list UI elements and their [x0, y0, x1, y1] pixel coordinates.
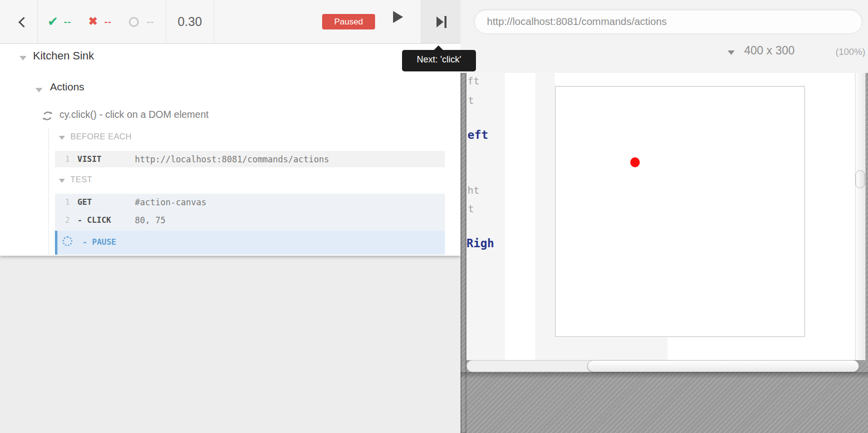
click-dot	[630, 157, 640, 167]
test-duration: 0.30	[166, 14, 214, 29]
hook-guide-line	[48, 129, 49, 255]
collapse-triangle-icon[interactable]	[35, 88, 42, 92]
step-next-icon-bar	[444, 16, 446, 28]
next-step-tooltip: Next: 'click'	[402, 50, 476, 71]
page-column-gray	[466, 73, 505, 360]
command-name: - PAUSE	[82, 237, 116, 247]
url-input[interactable]: http://localhost:8081/commands/actions	[474, 9, 863, 34]
viewport-zoom: (100%)	[836, 46, 866, 57]
passed-check-icon: ✔	[47, 14, 58, 29]
reporter-pane: ✔ -- ✖ -- -- 0.30 Paused Kitchen Sink Ac…	[0, 0, 460, 433]
viewport-dropdown-icon[interactable]	[728, 50, 735, 55]
horizontal-scrollbar-thumb[interactable]	[587, 360, 859, 372]
command-row-pause[interactable]: - PAUSE	[55, 231, 445, 255]
step-next-icon	[436, 16, 443, 27]
hook-test-label[interactable]: TEST	[70, 175, 92, 184]
pending-count: --	[147, 16, 154, 27]
page-text-fragment: t	[468, 203, 474, 215]
collapse-triangle-icon[interactable]	[19, 56, 26, 60]
paused-status-badge: Paused	[322, 14, 375, 29]
pause-spinner-icon	[62, 236, 72, 246]
command-row-click[interactable]: 2 - CLICK 80, 75	[55, 212, 445, 231]
toolbar-divider	[214, 0, 214, 44]
command-number: 1	[59, 197, 70, 207]
test-title[interactable]: cy.click() - click on a DOM element	[59, 109, 209, 120]
command-row-get[interactable]: 1 GET #action-canvas	[55, 194, 445, 212]
resume-play-button[interactable]	[385, 10, 413, 34]
collapse-triangle-icon[interactable]	[59, 136, 65, 140]
page-link-fragment-right[interactable]: Righ	[466, 237, 494, 250]
aut-bottom-shadow	[460, 372, 868, 379]
suite-actions[interactable]: Actions	[50, 81, 84, 93]
page-text-fragment: t	[468, 94, 474, 106]
tooltip-text: Next: 'click'	[402, 54, 476, 65]
toolbar-divider	[37, 0, 38, 44]
play-icon	[393, 11, 403, 23]
vertical-scrollbar-track[interactable]	[855, 73, 866, 360]
command-args: 80, 75	[135, 215, 165, 225]
command-args: http://localhost:8081/commands/actions	[135, 154, 329, 164]
tooltip-caret	[434, 45, 443, 50]
rerun-test-icon	[42, 110, 53, 121]
pane-divider-shadow	[460, 73, 466, 433]
back-button[interactable]	[7, 0, 35, 44]
command-row-visit[interactable]: 1 VISIT http://localhost:8081/commands/a…	[55, 151, 445, 167]
cypress-runner: ✔ -- ✖ -- -- 0.30 Paused Kitchen Sink Ac…	[0, 0, 868, 433]
command-number: 2	[59, 215, 70, 225]
page-text-fragment: ht	[467, 184, 479, 196]
command-name: GET	[77, 197, 92, 207]
next-step-button[interactable]	[421, 0, 460, 44]
page-band-gray	[535, 338, 668, 360]
collapse-triangle-icon[interactable]	[59, 179, 65, 183]
passed-count: --	[64, 16, 71, 27]
aut-header: http://localhost:8081/commands/actions 4…	[460, 0, 868, 73]
action-canvas[interactable]	[555, 86, 805, 337]
pending-ring-icon	[129, 17, 139, 27]
back-chevron-icon	[18, 17, 29, 27]
page-link-fragment-left[interactable]: eft	[467, 128, 488, 141]
hook-before-each-label[interactable]: BEFORE EACH	[70, 132, 132, 141]
failed-x-icon: ✖	[88, 15, 97, 28]
page-column-gray	[535, 73, 555, 338]
suite-kitchen-sink[interactable]: Kitchen Sink	[33, 49, 94, 62]
command-name: - CLICK	[77, 215, 111, 225]
page-text-fragment: ft	[467, 75, 479, 87]
viewport-size[interactable]: 400 x 300	[744, 44, 795, 57]
command-args: #action-canvas	[135, 197, 206, 207]
reporter-toolbar: ✔ -- ✖ -- -- 0.30 Paused	[0, 0, 460, 44]
vertical-scrollbar-thumb[interactable]	[856, 170, 865, 188]
command-name: VISIT	[77, 154, 101, 164]
command-number: 1	[59, 154, 70, 164]
failed-count: --	[104, 16, 112, 27]
